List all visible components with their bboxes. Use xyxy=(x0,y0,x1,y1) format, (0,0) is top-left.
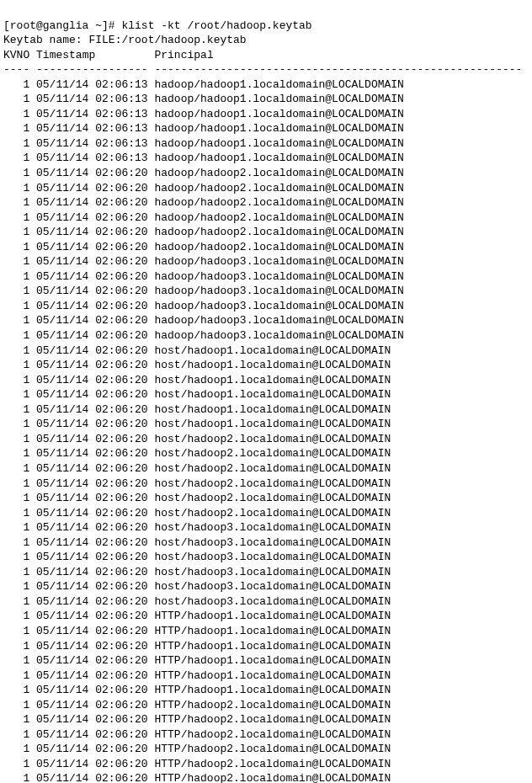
principal-cell: host/hadoop3.localdomain@LOCALDOMAIN xyxy=(154,594,391,610)
timestamp-cell: 05/11/14 02:06:13 xyxy=(36,136,148,152)
keytab-entry: 1 05/11/14 02:06:20 host/hadoop2.localdo… xyxy=(3,432,529,447)
principal-cell: host/hadoop1.localdomain@LOCALDOMAIN xyxy=(154,344,391,359)
timestamp-cell: 05/11/14 02:06:20 xyxy=(36,284,148,299)
timestamp-cell: 05/11/14 02:06:20 xyxy=(36,344,148,359)
kvno-cell: 1 xyxy=(3,92,29,107)
kvno-cell: 1 xyxy=(3,387,29,402)
principal-cell: host/hadoop3.localdomain@LOCALDOMAIN xyxy=(154,520,391,535)
keytab-entry: 1 05/11/14 02:06:20 host/hadoop3.localdo… xyxy=(3,550,529,565)
principal-cell: host/hadoop2.localdomain@LOCALDOMAIN xyxy=(154,446,391,461)
principal-cell: hadoop/hadoop2.localdomain@LOCALDOMAIN xyxy=(154,210,403,226)
keytab-entry: 1 05/11/14 02:06:20 host/hadoop2.localdo… xyxy=(3,446,529,461)
kvno-cell: 1 xyxy=(3,210,29,226)
keytab-entry: 1 05/11/14 02:06:20 HTTP/hadoop2.localdo… xyxy=(3,698,529,713)
keytab-entry: 1 05/11/14 02:06:20 hadoop/hadoop2.local… xyxy=(3,181,529,196)
timestamp-cell: 05/11/14 02:06:20 xyxy=(36,520,148,535)
principal-cell: host/hadoop2.localdomain@LOCALDOMAIN xyxy=(154,461,391,477)
timestamp-cell: 05/11/14 02:06:20 xyxy=(36,609,148,624)
kvno-cell: 1 xyxy=(3,624,29,639)
timestamp-cell: 05/11/14 02:06:20 xyxy=(36,712,148,727)
keytab-entry: 1 05/11/14 02:06:20 hadoop/hadoop3.local… xyxy=(3,254,529,269)
principal-cell: hadoop/hadoop1.localdomain@LOCALDOMAIN xyxy=(154,121,403,136)
timestamp-cell: 05/11/14 02:06:20 xyxy=(36,254,148,269)
timestamp-cell: 05/11/14 02:06:20 xyxy=(36,727,148,743)
principal-cell: hadoop/hadoop1.localdomain@LOCALDOMAIN xyxy=(154,151,403,166)
principal-cell: hadoop/hadoop3.localdomain@LOCALDOMAIN xyxy=(154,254,403,269)
keytab-entry: 1 05/11/14 02:06:20 host/hadoop2.localdo… xyxy=(3,461,529,477)
kvno-cell: 1 xyxy=(3,579,29,594)
keytab-entry: 1 05/11/14 02:06:20 host/hadoop1.localdo… xyxy=(3,358,529,373)
kvno-cell: 1 xyxy=(3,240,29,255)
column-headers: KVNO Timestamp Principal xyxy=(3,49,214,61)
kvno-cell: 1 xyxy=(3,668,29,684)
kvno-cell: 1 xyxy=(3,565,29,580)
kvno-cell: 1 xyxy=(3,344,29,359)
kvno-cell: 1 xyxy=(3,121,29,136)
kvno-cell: 1 xyxy=(3,639,29,654)
kvno-cell: 1 xyxy=(3,254,29,269)
timestamp-cell: 05/11/14 02:06:20 xyxy=(36,269,148,285)
kvno-cell: 1 xyxy=(3,313,29,328)
keytab-entry: 1 05/11/14 02:06:20 HTTP/hadoop1.localdo… xyxy=(3,624,529,639)
timestamp-cell: 05/11/14 02:06:20 xyxy=(36,461,148,477)
keytab-entry: 1 05/11/14 02:06:20 host/hadoop1.localdo… xyxy=(3,402,529,418)
principal-cell: host/hadoop3.localdomain@LOCALDOMAIN xyxy=(154,579,391,594)
timestamp-cell: 05/11/14 02:06:13 xyxy=(36,92,148,107)
keytab-entry: 1 05/11/14 02:06:13 hadoop/hadoop1.local… xyxy=(3,136,529,152)
kvno-cell: 1 xyxy=(3,107,29,122)
kvno-cell: 1 xyxy=(3,594,29,610)
kvno-cell: 1 xyxy=(3,136,29,152)
principal-cell: HTTP/hadoop2.localdomain@LOCALDOMAIN xyxy=(154,698,391,713)
timestamp-cell: 05/11/14 02:06:20 xyxy=(36,683,148,698)
principal-cell: hadoop/hadoop2.localdomain@LOCALDOMAIN xyxy=(154,195,403,210)
principal-cell: host/hadoop1.localdomain@LOCALDOMAIN xyxy=(154,417,391,432)
keytab-entry: 1 05/11/14 02:06:20 HTTP/hadoop2.localdo… xyxy=(3,727,529,743)
kvno-cell: 1 xyxy=(3,373,29,388)
principal-cell: hadoop/hadoop3.localdomain@LOCALDOMAIN xyxy=(154,299,403,314)
kvno-cell: 1 xyxy=(3,358,29,373)
keytab-entry: 1 05/11/14 02:06:20 hadoop/hadoop3.local… xyxy=(3,269,529,285)
principal-cell: host/hadoop3.localdomain@LOCALDOMAIN xyxy=(154,565,391,580)
keytab-entry: 1 05/11/14 02:06:20 hadoop/hadoop2.local… xyxy=(3,195,529,210)
keytab-entry: 1 05/11/14 02:06:20 HTTP/hadoop1.localdo… xyxy=(3,639,529,654)
principal-cell: host/hadoop1.localdomain@LOCALDOMAIN xyxy=(154,373,391,388)
kvno-cell: 1 xyxy=(3,284,29,299)
principal-cell: host/hadoop2.localdomain@LOCALDOMAIN xyxy=(154,477,391,492)
keytab-entry: 1 05/11/14 02:06:20 host/hadoop1.localdo… xyxy=(3,387,529,402)
keytab-entry: 1 05/11/14 02:06:13 hadoop/hadoop1.local… xyxy=(3,107,529,122)
principal-cell: HTTP/hadoop1.localdomain@LOCALDOMAIN xyxy=(154,624,391,639)
principal-cell: HTTP/hadoop1.localdomain@LOCALDOMAIN xyxy=(154,683,391,698)
kvno-cell: 1 xyxy=(3,151,29,166)
keytab-entry: 1 05/11/14 02:06:20 host/hadoop3.localdo… xyxy=(3,579,529,594)
keytab-entry: 1 05/11/14 02:06:20 host/hadoop2.localdo… xyxy=(3,477,529,492)
kvno-cell: 1 xyxy=(3,477,29,492)
kvno-cell: 1 xyxy=(3,535,29,551)
principal-cell: HTTP/hadoop1.localdomain@LOCALDOMAIN xyxy=(154,609,391,624)
kvno-cell: 1 xyxy=(3,299,29,314)
keytab-entry: 1 05/11/14 02:06:20 HTTP/hadoop1.localdo… xyxy=(3,609,529,624)
principal-cell: hadoop/hadoop3.localdomain@LOCALDOMAIN xyxy=(154,284,403,299)
timestamp-cell: 05/11/14 02:06:20 xyxy=(36,506,148,521)
kvno-cell: 1 xyxy=(3,446,29,461)
timestamp-cell: 05/11/14 02:06:20 xyxy=(36,210,148,226)
kvno-cell: 1 xyxy=(3,712,29,727)
keytab-entry: 1 05/11/14 02:06:20 host/hadoop3.localdo… xyxy=(3,535,529,551)
timestamp-cell: 05/11/14 02:06:20 xyxy=(36,594,148,610)
kvno-cell: 1 xyxy=(3,181,29,196)
principal-cell: host/hadoop2.localdomain@LOCALDOMAIN xyxy=(154,506,391,521)
timestamp-cell: 05/11/14 02:06:20 xyxy=(36,181,148,196)
keytab-entry: 1 05/11/14 02:06:20 hadoop/hadoop3.local… xyxy=(3,313,529,328)
separator-line: ---- ----------------- -----------------… xyxy=(3,63,522,76)
principal-cell: hadoop/hadoop2.localdomain@LOCALDOMAIN xyxy=(154,181,403,196)
timestamp-cell: 05/11/14 02:06:13 xyxy=(36,151,148,166)
principal-cell: HTTP/hadoop2.localdomain@LOCALDOMAIN xyxy=(154,712,391,727)
timestamp-cell: 05/11/14 02:06:13 xyxy=(36,77,148,93)
timestamp-cell: 05/11/14 02:06:20 xyxy=(36,432,148,447)
timestamp-cell: 05/11/14 02:06:20 xyxy=(36,579,148,594)
kvno-cell: 1 xyxy=(3,771,29,783)
keytab-entry: 1 05/11/14 02:06:20 HTTP/hadoop2.localdo… xyxy=(3,712,529,727)
keytab-name-line: Keytab name: FILE:/root/hadoop.keytab xyxy=(3,34,247,46)
timestamp-cell: 05/11/14 02:06:20 xyxy=(36,771,148,783)
kvno-cell: 1 xyxy=(3,653,29,668)
kvno-cell: 1 xyxy=(3,402,29,418)
